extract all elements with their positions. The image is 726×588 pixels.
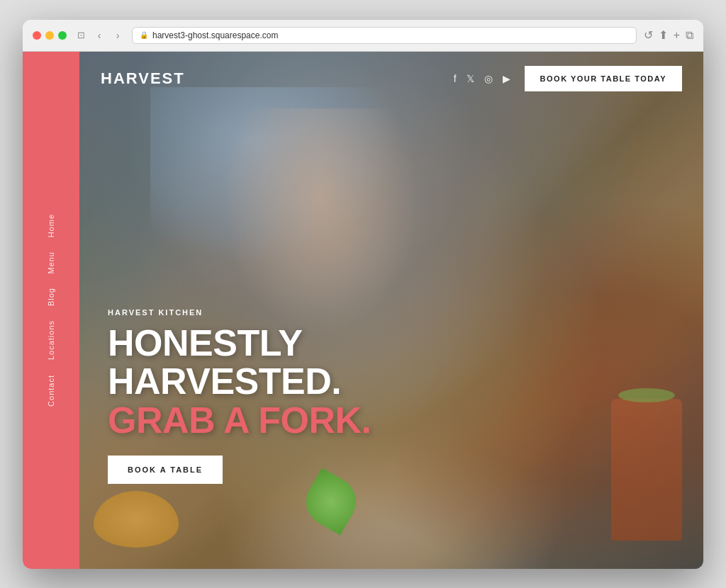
header: HARVEST f 𝕏 ◎ ▶ BOOK YOUR TABLE TODAY xyxy=(79,52,703,106)
headline-line3: GRAB A FORK. xyxy=(108,400,371,441)
traffic-lights xyxy=(33,31,67,40)
maximize-button[interactable] xyxy=(58,31,67,40)
website-content: Home Menu Blog Locations Contact HARVEST xyxy=(23,52,703,569)
social-icons: f 𝕏 ◎ ▶ xyxy=(454,73,510,84)
sidebar: Home Menu Blog Locations Contact xyxy=(23,52,79,569)
nav-items: Home Menu Blog Locations Contact xyxy=(47,52,55,569)
hero-headline: HONESTLY HARVESTED. GRAB A FORK. xyxy=(108,324,371,440)
new-tab-button[interactable]: + xyxy=(674,29,680,42)
lock-icon: 🔒 xyxy=(140,31,148,39)
browser-nav: ⊡ ‹ › xyxy=(74,28,125,43)
youtube-icon[interactable]: ▶ xyxy=(503,73,510,84)
sidebar-toggle-icon[interactable]: ⊡ xyxy=(74,28,88,43)
sidebar-item-contact[interactable]: Contact xyxy=(47,375,55,407)
forward-button[interactable]: › xyxy=(111,28,125,43)
hand-visual xyxy=(221,108,420,335)
address-bar[interactable]: 🔒 harvest3-ghost.squarespace.com xyxy=(132,27,637,44)
browser-window: ⊡ ‹ › 🔒 harvest3-ghost.squarespace.com ↺… xyxy=(23,20,703,569)
instagram-icon[interactable]: ◎ xyxy=(484,73,493,84)
sidebar-item-blog[interactable]: Blog xyxy=(47,288,55,306)
logo: HARVEST xyxy=(101,69,185,88)
share-button[interactable]: ⬆ xyxy=(659,28,668,42)
hero-subtitle: HARVEST KITCHEN xyxy=(108,308,371,317)
header-right: f 𝕏 ◎ ▶ BOOK YOUR TABLE TODAY xyxy=(454,66,682,91)
book-table-header-button[interactable]: BOOK YOUR TABLE TODAY xyxy=(525,66,682,91)
headline-line2: HARVESTED. xyxy=(108,361,341,402)
hero-text: HARVEST KITCHEN HONESTLY HARVESTED. GRAB… xyxy=(108,308,371,484)
sidebar-item-home[interactable]: Home xyxy=(47,214,55,237)
book-table-hero-button[interactable]: BOOK A TABLE xyxy=(108,456,223,484)
drink-visual xyxy=(611,399,682,541)
browser-chrome: ⊡ ‹ › 🔒 harvest3-ghost.squarespace.com ↺… xyxy=(23,20,703,52)
minimize-button[interactable] xyxy=(45,31,54,40)
sidebar-item-locations[interactable]: Locations xyxy=(47,320,55,360)
back-button[interactable]: ‹ xyxy=(92,28,106,43)
browser-actions: ↺ ⬆ + ⧉ xyxy=(644,28,693,42)
twitter-icon[interactable]: 𝕏 xyxy=(467,73,474,84)
headline-line1: HONESTLY xyxy=(108,322,302,363)
tabs-button[interactable]: ⧉ xyxy=(686,29,693,42)
sidebar-item-menu[interactable]: Menu xyxy=(47,251,55,274)
close-button[interactable] xyxy=(33,31,41,40)
reload-button[interactable]: ↺ xyxy=(644,28,653,42)
url-text: harvest3-ghost.squarespace.com xyxy=(152,30,278,40)
main-content: HARVEST f 𝕏 ◎ ▶ BOOK YOUR TABLE TODAY HA… xyxy=(79,52,703,569)
facebook-icon[interactable]: f xyxy=(454,73,457,84)
